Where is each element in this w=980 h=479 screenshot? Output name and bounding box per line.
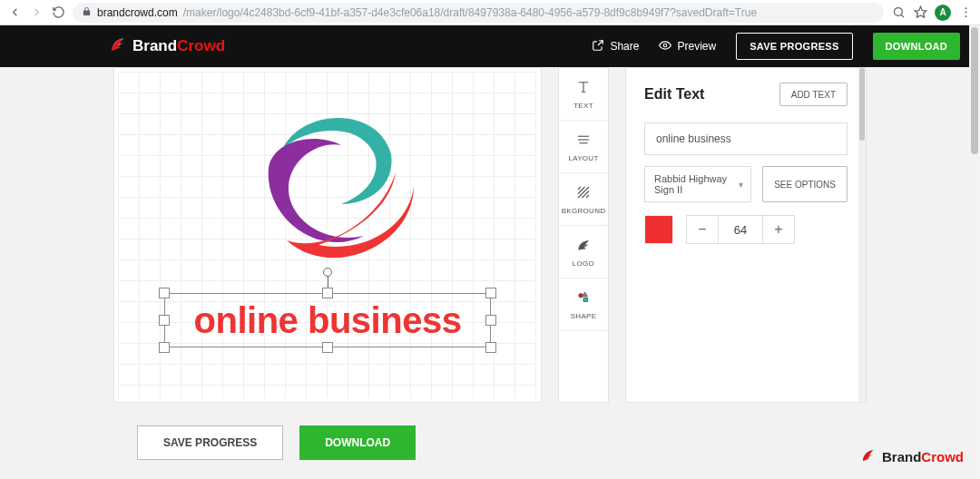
tool-text[interactable]: TEXT <box>559 68 608 121</box>
footer-brand-part1: Brand <box>882 449 921 464</box>
bkground-icon <box>575 184 592 202</box>
save-progress-button-bottom[interactable]: SAVE PROGRESS <box>137 425 283 460</box>
font-size-value: 64 <box>719 215 762 244</box>
svg-point-5 <box>965 15 966 17</box>
logo-icon <box>575 237 592 255</box>
svg-point-3 <box>965 7 966 9</box>
font-size-stepper: − 64 + <box>686 215 795 244</box>
shape-icon <box>575 289 592 308</box>
reload-icon[interactable] <box>51 5 65 20</box>
url-host: brandcrowd.com <box>97 6 178 19</box>
decrease-button[interactable]: − <box>686 215 719 244</box>
bottom-actions: SAVE PROGRESS DOWNLOAD <box>137 415 867 470</box>
kebab-icon[interactable] <box>958 5 973 20</box>
resize-handle-tm[interactable] <box>322 288 333 298</box>
rotate-handle[interactable] <box>323 268 332 277</box>
resize-handle-bm[interactable] <box>322 342 333 353</box>
rotate-line <box>328 275 328 288</box>
increase-button[interactable]: + <box>762 215 795 244</box>
share-label: Share <box>610 40 639 53</box>
text-selection[interactable]: online business <box>164 293 491 347</box>
svg-point-0 <box>894 8 902 16</box>
url-path: /maker/logo/4c2483bd-6cf9-41bf-a357-d4e3… <box>183 6 757 19</box>
lock-icon <box>82 6 92 19</box>
text-input[interactable] <box>644 122 848 155</box>
panel-title: Edit Text <box>644 86 704 103</box>
tool-bkground-label: BKGROUND <box>562 207 606 215</box>
eye-icon <box>659 39 671 54</box>
app-header: BrandCrowd Share Preview SAVE PROGRESS D… <box>0 25 980 67</box>
share-button[interactable]: Share <box>592 39 639 54</box>
layout-icon <box>575 132 592 150</box>
resize-handle-tr[interactable] <box>485 288 496 298</box>
save-progress-button[interactable]: SAVE PROGRESS <box>736 33 852 60</box>
resize-handle-br[interactable] <box>485 342 496 353</box>
browser-chrome: brandcrowd.com/maker/logo/4c2483bd-6cf9-… <box>0 0 980 25</box>
download-button-bottom[interactable]: DOWNLOAD <box>299 425 416 460</box>
see-options-button[interactable]: SEE OPTIONS <box>762 166 848 202</box>
tool-shape-label: SHAPE <box>571 312 597 320</box>
profile-avatar[interactable]: A <box>935 5 951 21</box>
brand-logo[interactable]: BrandCrowd <box>109 35 225 57</box>
svg-line-1 <box>901 15 904 17</box>
forward-icon[interactable] <box>29 5 44 20</box>
feather-icon <box>109 35 127 57</box>
logo-mark[interactable] <box>232 100 423 285</box>
address-bar[interactable]: brandcrowd.com/maker/logo/4c2483bd-6cf9-… <box>73 3 884 23</box>
tool-logo-label: LOGO <box>573 259 594 268</box>
resize-handle-mr[interactable] <box>485 315 496 326</box>
tool-text-label: TEXT <box>573 102 593 110</box>
feather-icon <box>860 447 877 466</box>
brand-text: BrandCrowd <box>132 37 225 55</box>
add-text-button[interactable]: ADD TEXT <box>779 83 848 106</box>
footer-brand-part2: Crowd <box>921 449 964 464</box>
resize-handle-ml[interactable] <box>159 315 170 326</box>
preview-label: Preview <box>677 40 716 53</box>
tool-column: TEXT LAYOUT BKGROUND LOGO SHAPE <box>558 67 609 403</box>
font-select[interactable]: Rabbid Highway Sign II <box>644 166 751 202</box>
color-swatch[interactable] <box>644 215 673 244</box>
zoom-icon[interactable] <box>891 5 906 20</box>
svg-rect-11 <box>583 298 588 302</box>
svg-point-6 <box>664 44 668 47</box>
logo-canvas[interactable]: online business <box>113 67 542 403</box>
edit-text-panel: Edit Text ADD TEXT Rabbid Highway Sign I… <box>625 67 867 403</box>
preview-button[interactable]: Preview <box>659 39 716 54</box>
panel-scrollbar[interactable] <box>858 68 866 402</box>
resize-handle-bl[interactable] <box>159 342 170 353</box>
resize-handle-tl[interactable] <box>159 288 170 298</box>
share-icon <box>592 39 604 54</box>
back-icon[interactable] <box>7 5 22 20</box>
svg-marker-12 <box>583 292 588 297</box>
svg-point-4 <box>965 12 966 14</box>
text-icon <box>575 79 592 97</box>
tool-layout[interactable]: LAYOUT <box>559 121 608 173</box>
selection-border <box>164 293 491 347</box>
tool-layout-label: LAYOUT <box>568 154 598 162</box>
star-icon[interactable] <box>913 5 927 20</box>
font-select-value: Rabbid Highway Sign II <box>654 173 729 195</box>
tool-shape[interactable]: SHAPE <box>559 279 608 331</box>
tool-logo[interactable]: LOGO <box>559 226 608 279</box>
tool-bkground[interactable]: BKGROUND <box>559 173 608 226</box>
svg-marker-2 <box>915 6 926 17</box>
footer-brand: BrandCrowd <box>860 447 964 466</box>
download-button[interactable]: DOWNLOAD <box>873 33 960 60</box>
